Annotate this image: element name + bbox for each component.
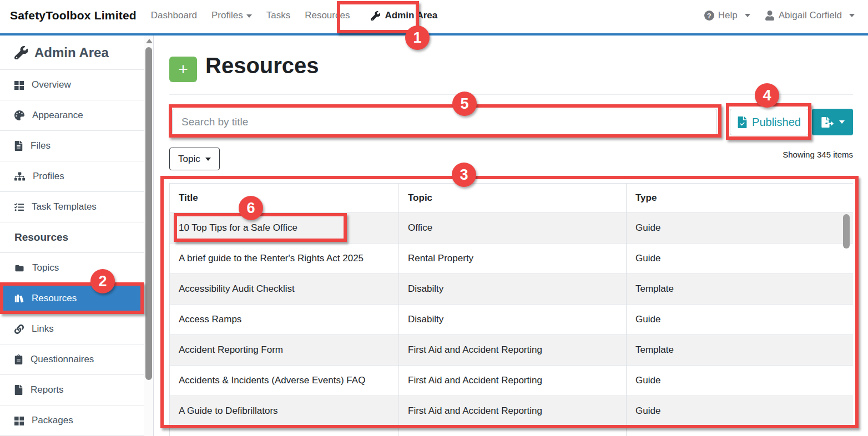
wrench-icon	[14, 46, 28, 59]
link-icon	[14, 325, 24, 334]
page-title: Resources	[205, 53, 319, 78]
folder-icon	[14, 264, 24, 272]
cell-title: 10 Top Tips for a Safe Office	[170, 213, 399, 244]
cell-topic: First Aid and Accident Reporting	[399, 366, 627, 396]
add-resource-button[interactable]: +	[169, 57, 197, 82]
sidebar-item-label: Links	[32, 323, 54, 334]
file-export-icon	[821, 117, 834, 128]
sidebar-item-profiles[interactable]: Profiles	[0, 161, 144, 192]
admin-sidebar: Admin Area Overview Appearance Files Pro…	[0, 36, 144, 436]
sitemap-icon	[14, 172, 25, 181]
table-scrollbar-thumb[interactable]	[843, 214, 850, 249]
chevron-down-icon	[745, 14, 750, 17]
cell-empty	[399, 427, 627, 436]
cell-topic: First Aid and Accident Reporting	[399, 396, 627, 427]
column-header-topic[interactable]: Topic	[399, 184, 627, 213]
cell-title: A Guide to Defibrillators	[170, 396, 399, 427]
table-row[interactable]: Accessibility Audit ChecklistDisabiltyTe…	[170, 274, 854, 305]
published-label: Published	[752, 116, 801, 129]
table-row[interactable]: 10 Top Tips for a Safe OfficeOfficeGuide	[170, 213, 854, 244]
sidebar-item-label: Reports	[31, 384, 64, 396]
nav-dashboard[interactable]: Dashboard	[151, 10, 197, 21]
chevron-down-icon	[246, 14, 252, 18]
sidebar-scrollbar[interactable]	[144, 36, 154, 436]
nav-help[interactable]: ? Help	[704, 10, 750, 21]
sidebar-item-label: Appearance	[32, 110, 83, 121]
sidebar-item-packages[interactable]: Packages	[0, 405, 144, 436]
sidebar-item-task-templates[interactable]: Task Templates	[0, 192, 144, 222]
nav-right: ? Help Abigail Corfield	[704, 10, 855, 21]
file-icon	[14, 141, 23, 151]
cell-topic: Disabilty	[399, 274, 627, 305]
cell-topic: Office	[399, 213, 627, 244]
file-check-icon	[738, 116, 747, 128]
table-row-partial	[170, 427, 854, 436]
resources-table: Title Topic Type 10 Top Tips for a Safe …	[169, 183, 853, 436]
nav-tasks[interactable]: Tasks	[266, 10, 290, 21]
sidebar-header-label: Admin Area	[34, 45, 109, 60]
cell-type: Guide	[627, 305, 854, 335]
sidebar-item-files[interactable]: Files	[0, 131, 144, 161]
cell-type: Guide	[627, 244, 854, 274]
topic-filter-dropdown[interactable]: Topic	[169, 148, 220, 170]
sidebar-item-overview[interactable]: Overview	[0, 70, 144, 100]
sidebar-item-label: Profiles	[33, 171, 64, 182]
export-button[interactable]	[812, 109, 853, 135]
sidebar-item-label: Task Templates	[32, 201, 97, 212]
cell-empty	[627, 427, 854, 436]
cell-topic: First Aid and Accident Reporting	[399, 335, 627, 366]
nav-admin-area[interactable]: Admin Area	[364, 1, 444, 30]
clipboard-icon	[14, 354, 23, 364]
cell-type: Template	[627, 335, 854, 366]
table-row[interactable]: Access RampsDisabiltyGuide	[170, 305, 854, 335]
table-header-row: Title Topic Type	[170, 184, 854, 213]
showing-items-count: Showing 345 items	[783, 150, 853, 159]
cell-empty	[170, 427, 399, 436]
books-icon	[14, 294, 24, 303]
topic-filter-label: Topic	[178, 154, 200, 165]
sidebar-item-reports[interactable]: Reports	[0, 375, 144, 405]
search-input[interactable]	[172, 109, 717, 135]
sidebar-item-links[interactable]: Links	[0, 314, 144, 344]
nav-user-label: Abigail Corfield	[779, 10, 842, 21]
sidebar-item-topics[interactable]: Topics	[0, 253, 144, 283]
column-header-title[interactable]: Title	[170, 184, 399, 213]
grid-icon	[14, 80, 24, 90]
sidebar-item-resources[interactable]: Resources	[0, 283, 144, 314]
sidebar-section-label: Resources	[14, 231, 68, 244]
nav-resources[interactable]: Resources	[305, 10, 350, 21]
brand-logo[interactable]: SafetyToolbox Limited	[10, 9, 137, 22]
sidebar-item-label: Resources	[32, 293, 77, 304]
scrollbar-thumb[interactable]	[145, 47, 152, 380]
nav-profiles-label: Profiles	[211, 10, 243, 21]
sidebar-item-label: Files	[31, 140, 51, 151]
table-row[interactable]: A Guide to DefibrillatorsFirst Aid and A…	[170, 396, 854, 427]
nav-user-menu[interactable]: Abigail Corfield	[765, 10, 855, 21]
sidebar-item-appearance[interactable]: Appearance	[0, 100, 144, 131]
chevron-down-icon	[839, 120, 845, 124]
scrollbar-up-arrow-icon[interactable]	[146, 39, 153, 43]
table-row[interactable]: A brief guide to the Renter's Rights Act…	[170, 244, 854, 274]
table-row[interactable]: Accidents & Incidents (Adverse Events) F…	[170, 366, 854, 396]
published-filter-button[interactable]: Published	[730, 109, 809, 135]
chevron-down-icon	[849, 14, 855, 17]
column-header-type[interactable]: Type	[627, 184, 854, 213]
chevron-down-icon	[205, 158, 211, 161]
grid-icon	[14, 416, 24, 425]
sidebar-item-label: Packages	[32, 415, 73, 426]
sidebar-header: Admin Area	[0, 36, 144, 70]
cell-type: Guide	[627, 213, 854, 244]
wrench-icon	[371, 11, 380, 21]
nav-profiles[interactable]: Profiles	[211, 10, 252, 21]
cell-type: Guide	[627, 366, 854, 396]
sidebar-item-label: Questionnaires	[31, 354, 94, 365]
nav-admin-area-label: Admin Area	[385, 10, 437, 21]
sidebar-item-label: Topics	[32, 262, 59, 273]
cell-type: Template	[627, 274, 854, 305]
table-row[interactable]: Accident Reporting FormFirst Aid and Acc…	[170, 335, 854, 366]
cell-title: Accidents & Incidents (Adverse Events) F…	[170, 366, 399, 396]
nav-links: Dashboard Profiles Tasks Resources Admin…	[151, 1, 444, 30]
cell-type: Guide	[627, 396, 854, 427]
sidebar-item-questionnaires[interactable]: Questionnaires	[0, 344, 144, 375]
top-navbar: SafetyToolbox Limited Dashboard Profiles…	[0, 0, 868, 36]
